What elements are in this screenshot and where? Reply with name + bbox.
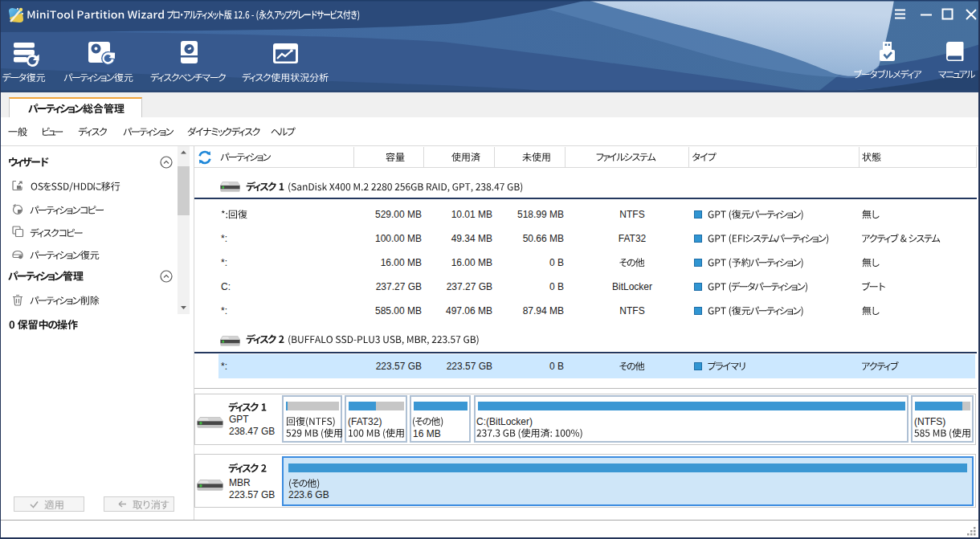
svg-text:87.94 MB: 87.94 MB [523, 305, 564, 316]
svg-text:0 B: 0 B [549, 361, 564, 372]
svg-text:223.6 GB: 223.6 GB [288, 489, 329, 500]
svg-text:223.57 GB: 223.57 GB [447, 361, 492, 372]
svg-text:16.00 MB: 16.00 MB [381, 257, 422, 268]
svg-text:10.01 MB: 10.01 MB [451, 209, 492, 220]
svg-text:*:: *: [221, 233, 227, 244]
svg-text:585.00 MB: 585.00 MB [375, 305, 422, 316]
svg-text:238.47 GB: 238.47 GB [229, 426, 275, 437]
svg-text:NTFS: NTFS [619, 305, 644, 316]
svg-text:*:: *: [221, 305, 227, 316]
svg-text:100.00 MB: 100.00 MB [375, 233, 422, 244]
svg-text:529.00 MB: 529.00 MB [375, 209, 422, 220]
svg-text:BitLocker: BitLocker [612, 281, 652, 292]
svg-text:(NTFS): (NTFS) [914, 416, 945, 427]
svg-text:16 MB: 16 MB [413, 428, 441, 439]
svg-text:GPT: GPT [229, 414, 249, 425]
svg-text:497.06 MB: 497.06 MB [446, 305, 492, 316]
svg-text:49.34 MB: 49.34 MB [451, 233, 492, 244]
svg-text:50.66 MB: 50.66 MB [523, 233, 564, 244]
svg-text:16.00 MB: 16.00 MB [451, 257, 492, 268]
svg-text:MBR: MBR [229, 477, 251, 488]
svg-text:518.99 MB: 518.99 MB [517, 209, 564, 220]
svg-text:0 B: 0 B [549, 257, 564, 268]
svg-text:223.57 GB: 223.57 GB [229, 489, 275, 500]
svg-text:FAT32: FAT32 [619, 233, 647, 244]
svg-text:0 B: 0 B [549, 281, 564, 292]
svg-text:223.57 GB: 223.57 GB [376, 361, 422, 372]
svg-text:NTFS: NTFS [619, 209, 644, 220]
svg-text:C:: C: [221, 281, 231, 292]
svg-text:*:: *: [221, 257, 227, 268]
svg-text:237.27 GB: 237.27 GB [376, 281, 422, 292]
svg-text:237.27 GB: 237.27 GB [447, 281, 492, 292]
svg-text:C:(BitLocker): C:(BitLocker) [476, 416, 533, 427]
svg-text:(FAT32): (FAT32) [348, 416, 382, 427]
svg-text:*:: *: [221, 361, 227, 372]
